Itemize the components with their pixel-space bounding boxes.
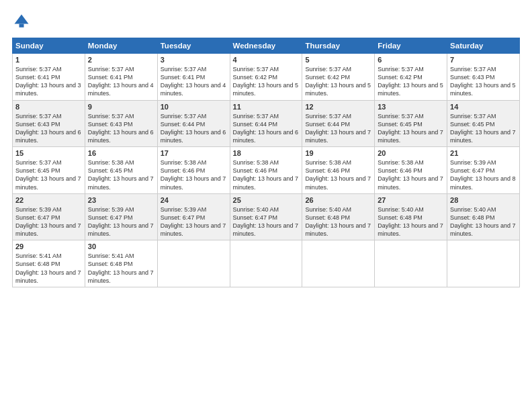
day-number: 8 [15, 103, 82, 111]
calendar-table: SundayMondayTuesdayWednesdayThursdayFrid… [12, 38, 520, 287]
calendar-cell: 2 Sunrise: 5:37 AM Sunset: 6:41 PM Dayli… [85, 54, 157, 101]
day-number: 14 [450, 103, 517, 111]
calendar-cell: 10 Sunrise: 5:37 AM Sunset: 6:44 PM Dayl… [157, 100, 230, 147]
day-detail: Sunrise: 5:37 AM Sunset: 6:44 PM Dayligh… [161, 112, 227, 145]
calendar-cell: 23 Sunrise: 5:39 AM Sunset: 6:47 PM Dayl… [85, 193, 157, 240]
weekday-header-sunday: Sunday [13, 38, 85, 54]
day-detail: Sunrise: 5:40 AM Sunset: 6:48 PM Dayligh… [305, 205, 371, 238]
calendar-week-1: 1 Sunrise: 5:37 AM Sunset: 6:41 PM Dayli… [13, 54, 520, 101]
calendar-cell: 9 Sunrise: 5:37 AM Sunset: 6:43 PM Dayli… [85, 100, 157, 147]
day-number: 18 [233, 149, 300, 157]
day-detail: Sunrise: 5:39 AM Sunset: 6:47 PM Dayligh… [88, 205, 154, 238]
page: SundayMondayTuesdayWednesdayThursdayFrid… [0, 0, 532, 411]
calendar-week-5: 29 Sunrise: 5:41 AM Sunset: 6:48 PM Dayl… [13, 240, 520, 287]
day-number: 16 [88, 149, 154, 157]
day-detail: Sunrise: 5:38 AM Sunset: 6:45 PM Dayligh… [88, 158, 154, 191]
day-detail: Sunrise: 5:39 AM Sunset: 6:47 PM Dayligh… [15, 205, 82, 238]
calendar-cell: 3 Sunrise: 5:37 AM Sunset: 6:41 PM Dayli… [157, 54, 230, 101]
day-number: 3 [161, 56, 227, 64]
day-number: 20 [378, 149, 444, 157]
calendar-cell: 25 Sunrise: 5:40 AM Sunset: 6:47 PM Dayl… [230, 193, 302, 240]
day-detail: Sunrise: 5:41 AM Sunset: 6:48 PM Dayligh… [15, 252, 82, 285]
weekday-header-row: SundayMondayTuesdayWednesdayThursdayFrid… [13, 38, 520, 54]
day-number: 1 [15, 56, 82, 64]
day-detail: Sunrise: 5:39 AM Sunset: 6:47 PM Dayligh… [450, 158, 517, 191]
day-number: 13 [378, 103, 444, 111]
calendar-cell: 20 Sunrise: 5:38 AM Sunset: 6:46 PM Dayl… [375, 147, 447, 194]
svg-marker-0 [15, 15, 29, 24]
day-detail: Sunrise: 5:38 AM Sunset: 6:46 PM Dayligh… [378, 158, 444, 191]
logo-icon [12, 12, 31, 31]
calendar-cell: 21 Sunrise: 5:39 AM Sunset: 6:47 PM Dayl… [447, 147, 520, 194]
day-detail: Sunrise: 5:37 AM Sunset: 6:44 PM Dayligh… [305, 112, 371, 145]
day-detail: Sunrise: 5:38 AM Sunset: 6:46 PM Dayligh… [233, 158, 300, 191]
calendar-cell: 12 Sunrise: 5:37 AM Sunset: 6:44 PM Dayl… [302, 100, 375, 147]
day-detail: Sunrise: 5:40 AM Sunset: 6:48 PM Dayligh… [378, 205, 444, 238]
calendar-cell [302, 240, 375, 287]
calendar-week-2: 8 Sunrise: 5:37 AM Sunset: 6:43 PM Dayli… [13, 100, 520, 147]
svg-rect-1 [19, 24, 24, 28]
day-number: 5 [305, 56, 371, 64]
calendar-cell: 26 Sunrise: 5:40 AM Sunset: 6:48 PM Dayl… [302, 193, 375, 240]
day-number: 26 [305, 196, 371, 204]
day-number: 4 [233, 56, 300, 64]
calendar-cell [447, 240, 520, 287]
calendar-cell: 5 Sunrise: 5:37 AM Sunset: 6:42 PM Dayli… [302, 54, 375, 101]
day-number: 24 [161, 196, 227, 204]
day-number: 21 [450, 149, 517, 157]
day-number: 22 [15, 196, 82, 204]
day-detail: Sunrise: 5:41 AM Sunset: 6:48 PM Dayligh… [88, 252, 154, 285]
day-detail: Sunrise: 5:37 AM Sunset: 6:44 PM Dayligh… [233, 112, 300, 145]
day-number: 30 [88, 242, 154, 250]
weekday-header-tuesday: Tuesday [157, 38, 230, 54]
day-detail: Sunrise: 5:37 AM Sunset: 6:45 PM Dayligh… [450, 112, 517, 145]
day-detail: Sunrise: 5:37 AM Sunset: 6:45 PM Dayligh… [15, 158, 82, 191]
day-number: 17 [161, 149, 227, 157]
calendar-cell: 14 Sunrise: 5:37 AM Sunset: 6:45 PM Dayl… [447, 100, 520, 147]
day-detail: Sunrise: 5:39 AM Sunset: 6:47 PM Dayligh… [161, 205, 227, 238]
day-detail: Sunrise: 5:37 AM Sunset: 6:42 PM Dayligh… [378, 65, 444, 98]
day-detail: Sunrise: 5:37 AM Sunset: 6:43 PM Dayligh… [450, 65, 517, 98]
weekday-header-thursday: Thursday [302, 38, 375, 54]
day-number: 27 [378, 196, 444, 204]
calendar-cell: 1 Sunrise: 5:37 AM Sunset: 6:41 PM Dayli… [13, 54, 85, 101]
calendar-cell: 18 Sunrise: 5:38 AM Sunset: 6:46 PM Dayl… [230, 147, 302, 194]
calendar-cell: 11 Sunrise: 5:37 AM Sunset: 6:44 PM Dayl… [230, 100, 302, 147]
calendar-cell: 28 Sunrise: 5:40 AM Sunset: 6:48 PM Dayl… [447, 193, 520, 240]
calendar-cell: 8 Sunrise: 5:37 AM Sunset: 6:43 PM Dayli… [13, 100, 85, 147]
day-detail: Sunrise: 5:37 AM Sunset: 6:42 PM Dayligh… [233, 65, 300, 98]
calendar-week-4: 22 Sunrise: 5:39 AM Sunset: 6:47 PM Dayl… [13, 193, 520, 240]
calendar-cell: 16 Sunrise: 5:38 AM Sunset: 6:45 PM Dayl… [85, 147, 157, 194]
calendar-cell: 30 Sunrise: 5:41 AM Sunset: 6:48 PM Dayl… [85, 240, 157, 287]
day-number: 19 [305, 149, 371, 157]
weekday-header-saturday: Saturday [447, 38, 520, 54]
calendar-cell [375, 240, 447, 287]
day-number: 28 [450, 196, 517, 204]
day-detail: Sunrise: 5:38 AM Sunset: 6:46 PM Dayligh… [161, 158, 227, 191]
calendar-cell: 29 Sunrise: 5:41 AM Sunset: 6:48 PM Dayl… [13, 240, 85, 287]
calendar-cell: 6 Sunrise: 5:37 AM Sunset: 6:42 PM Dayli… [375, 54, 447, 101]
calendar-cell: 24 Sunrise: 5:39 AM Sunset: 6:47 PM Dayl… [157, 193, 230, 240]
weekday-header-monday: Monday [85, 38, 157, 54]
day-detail: Sunrise: 5:37 AM Sunset: 6:41 PM Dayligh… [88, 65, 154, 98]
calendar-cell: 17 Sunrise: 5:38 AM Sunset: 6:46 PM Dayl… [157, 147, 230, 194]
calendar-cell: 27 Sunrise: 5:40 AM Sunset: 6:48 PM Dayl… [375, 193, 447, 240]
day-number: 2 [88, 56, 154, 64]
calendar-cell: 7 Sunrise: 5:37 AM Sunset: 6:43 PM Dayli… [447, 54, 520, 101]
day-number: 11 [233, 103, 300, 111]
day-number: 25 [233, 196, 300, 204]
calendar-week-3: 15 Sunrise: 5:37 AM Sunset: 6:45 PM Dayl… [13, 147, 520, 194]
day-detail: Sunrise: 5:37 AM Sunset: 6:41 PM Dayligh… [15, 65, 82, 98]
day-number: 15 [15, 149, 82, 157]
day-number: 12 [305, 103, 371, 111]
day-detail: Sunrise: 5:40 AM Sunset: 6:47 PM Dayligh… [233, 205, 300, 238]
calendar-cell: 19 Sunrise: 5:38 AM Sunset: 6:46 PM Dayl… [302, 147, 375, 194]
day-detail: Sunrise: 5:37 AM Sunset: 6:43 PM Dayligh… [15, 112, 82, 145]
day-number: 23 [88, 196, 154, 204]
day-number: 9 [88, 103, 154, 111]
header [12, 12, 520, 31]
logo [12, 12, 34, 31]
day-detail: Sunrise: 5:37 AM Sunset: 6:43 PM Dayligh… [88, 112, 154, 145]
calendar-cell: 13 Sunrise: 5:37 AM Sunset: 6:45 PM Dayl… [375, 100, 447, 147]
calendar-cell [157, 240, 230, 287]
